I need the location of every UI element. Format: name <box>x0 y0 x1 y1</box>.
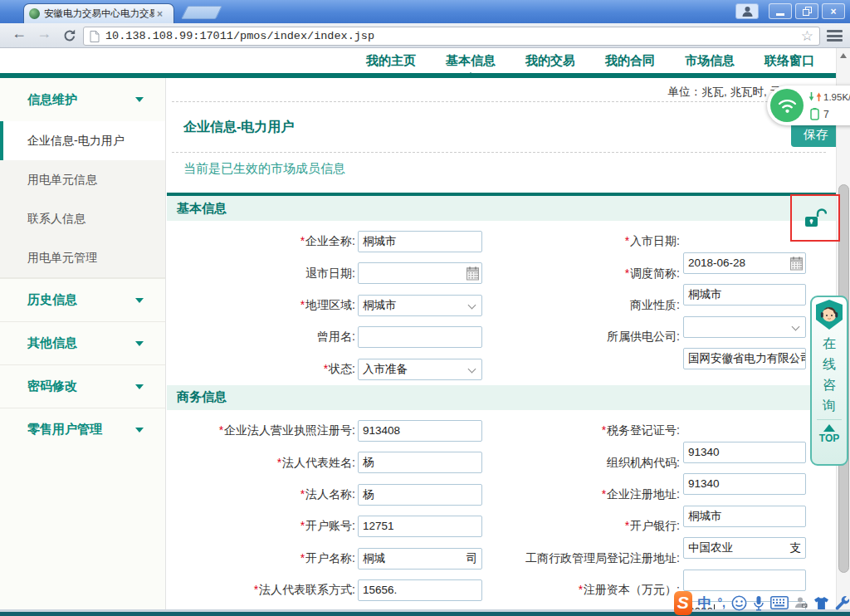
field-label: 退市日期: <box>177 266 355 281</box>
microphone-icon[interactable] <box>753 595 765 611</box>
account-icon[interactable] <box>794 596 808 609</box>
field-label: 曾用名: <box>177 330 355 345</box>
menu-icon[interactable] <box>827 30 843 44</box>
field-label: *法人名称: <box>177 487 355 502</box>
required-asterisk: * <box>300 234 305 247</box>
required-asterisk: * <box>254 583 258 596</box>
new-tab-button[interactable] <box>181 6 222 19</box>
field-label: *开户名称: <box>177 551 355 566</box>
scroll-top-icon[interactable] <box>823 424 835 432</box>
required-asterisk: * <box>300 487 305 501</box>
sidebar-submenu: 企业信息-电力用户用电单元信息联系人信息用电单元管理 <box>0 121 165 278</box>
skin-icon[interactable] <box>813 596 829 610</box>
chinese-mode-icon[interactable]: 中 <box>698 594 712 613</box>
sogou-logo-icon[interactable]: S <box>674 591 692 615</box>
phone-icon <box>810 108 819 120</box>
field-label: *开户银行: <box>449 519 680 534</box>
required-asterisk: * <box>300 298 305 311</box>
emoji-icon[interactable] <box>731 595 747 611</box>
service-avatar <box>813 298 845 331</box>
highlight-box <box>790 194 840 242</box>
form-row: *开户账号:12751*开户银行:中国农业支 <box>167 511 836 542</box>
forward-icon[interactable]: → <box>37 25 51 42</box>
sidebar-group-label: 密码修改 <box>27 379 77 394</box>
company-form: 基本信息*企业全称:桐城市*入市日期:2018-06-28退市日期:*调度简称:… <box>167 193 836 606</box>
minimize-button[interactable] <box>769 3 792 19</box>
required-asterisk: * <box>300 519 305 532</box>
chevron-down-icon <box>135 97 144 102</box>
form-row: *法人代表姓名:杨组织机构代码:91340 <box>167 447 836 478</box>
field-label: *调度简称: <box>449 266 680 281</box>
bookmark-star-icon[interactable]: ☆ <box>801 27 813 45</box>
nav-item-4[interactable]: 我的合同 <box>605 53 655 69</box>
select-field-1-5-1[interactable]: 入市准备 <box>358 359 482 380</box>
required-asterisk: * <box>625 266 629 280</box>
sidebar-group-3[interactable]: 其他信息 <box>0 321 165 364</box>
field-label: 商业性质: <box>449 298 680 313</box>
consult-widget[interactable]: 在线咨询 TOP <box>810 296 848 466</box>
ime-toolbar: S 中 °, <box>674 589 850 616</box>
divider <box>817 419 842 420</box>
section-rows: *企业法人营业执照注册号:913408*税务登记证号:91340*法人代表姓名:… <box>167 410 836 606</box>
required-asterisk: * <box>602 423 606 437</box>
nav-item-5[interactable]: 市场信息 <box>685 53 735 69</box>
form-row: *地理区域:桐城市商业性质: <box>167 290 836 321</box>
divider <box>172 101 826 102</box>
restore-button[interactable] <box>795 3 818 19</box>
nav-item-2[interactable]: 基本信息 <box>446 53 496 69</box>
field-value: 杨 <box>363 456 374 468</box>
nav-item-1[interactable]: 我的主页 <box>366 53 416 69</box>
settings-wrench-icon[interactable] <box>835 595 850 610</box>
sidebar-item-1-3[interactable]: 联系人信息 <box>0 199 165 238</box>
field-value: 12751 <box>363 520 394 532</box>
scroll-up-icon[interactable] <box>837 48 850 62</box>
wifi-icon[interactable] <box>770 89 804 122</box>
required-asterisk: * <box>300 551 305 565</box>
close-button[interactable]: × <box>822 3 845 19</box>
field-label: *开户账号: <box>177 519 355 534</box>
form-row: *法人名称:杨*企业注册地址:桐城市 <box>167 479 836 511</box>
field-value: 913408 <box>363 424 400 437</box>
sidebar-group-label: 信息维护 <box>27 92 77 108</box>
sidebar-group-4[interactable]: 密码修改 <box>0 364 165 408</box>
form-row: 曾用名:所属供电公司:国网安徽省电力有限公司安 <box>167 321 836 353</box>
field-value: 15656. <box>363 584 397 596</box>
field-value: 入市准备 <box>363 363 408 375</box>
chevron-down-icon <box>135 428 144 433</box>
field-value: 桐城市 <box>363 235 397 247</box>
required-asterisk: * <box>324 362 328 375</box>
address-bar[interactable]: 10.138.108.99:17011/pmos/index/index.jsp… <box>83 27 820 46</box>
punctuation-icon[interactable]: °, <box>718 596 726 609</box>
url-text[interactable]: 10.138.108.99:17011/pmos/index/index.jsp <box>105 30 801 42</box>
save-button[interactable]: 保存 <box>791 122 841 147</box>
sidebar-group-5[interactable]: 零售用户管理 <box>0 408 165 451</box>
top-button[interactable]: TOP <box>819 433 839 444</box>
sidebar-item-1-4[interactable]: 用电单元管理 <box>0 238 165 277</box>
required-asterisk: * <box>625 234 629 247</box>
field-value: 桐城市 <box>363 299 397 311</box>
section-header: 商务信息 <box>167 385 836 410</box>
sidebar-item-1-1[interactable]: 企业信息-电力用户 <box>0 121 165 160</box>
netspeed-widget[interactable]: 1.95K/s 7 <box>767 86 850 125</box>
nav-item-3[interactable]: 我的交易 <box>525 53 575 69</box>
sidebar-item-1-2[interactable]: 用电单元信息 <box>0 160 165 199</box>
section-rows: *企业全称:桐城市*入市日期:2018-06-28退市日期:*调度简称:桐城市*… <box>167 221 836 385</box>
sidebar-group-1[interactable]: 信息维护 <box>0 78 165 121</box>
tab-close-icon[interactable]: × <box>157 8 163 20</box>
field-label: *注册资本（万元）: <box>449 583 680 598</box>
nav-item-6[interactable]: 联络窗口 <box>765 53 814 69</box>
keyboard-icon[interactable] <box>770 596 789 609</box>
reload-icon[interactable] <box>63 29 76 46</box>
required-asterisk: * <box>219 423 223 437</box>
unlock-icon[interactable] <box>804 208 827 228</box>
profile-icon[interactable] <box>735 3 759 19</box>
browser-tab[interactable]: 安徽电力交易中心电力交易 × <box>23 3 174 23</box>
back-icon[interactable]: ← <box>12 25 27 42</box>
field-label: *企业法人营业执照注册号: <box>177 423 355 438</box>
top-navigation: 我的主页基本信息我的交易我的合同市场信息联络窗口 <box>0 48 836 78</box>
consult-label: 在线咨询 <box>823 333 836 416</box>
field-label: *入市日期: <box>449 234 680 249</box>
field-label: 组织机构代码: <box>449 456 680 471</box>
field-label: *状态: <box>177 362 355 377</box>
sidebar-group-2[interactable]: 历史信息 <box>0 278 165 321</box>
